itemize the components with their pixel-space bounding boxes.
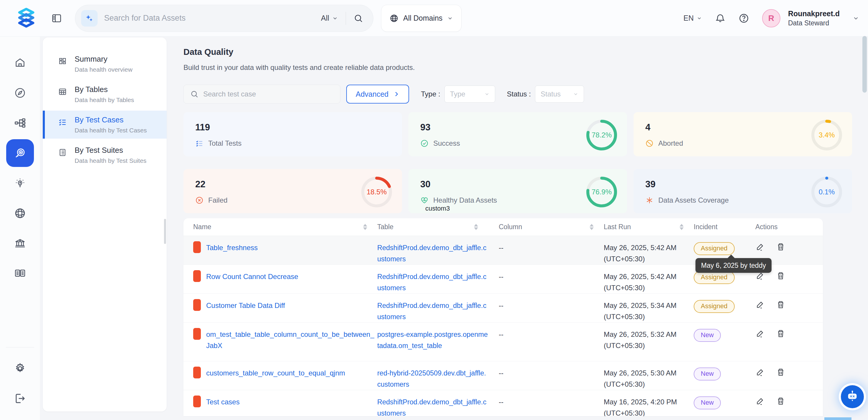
test-case-link[interactable]: customers_table_row_count_to_equal_qjnm <box>206 367 345 379</box>
language-value: EN <box>683 14 694 22</box>
test-case-link[interactable]: Test cases <box>206 396 240 408</box>
incident-badge[interactable]: Assigned <box>694 271 735 284</box>
incident-badge[interactable]: Assigned <box>694 300 735 313</box>
test-case-link[interactable]: Table_freshness <box>206 242 258 253</box>
edit-button[interactable] <box>755 242 765 251</box>
user-menu[interactable]: Rounakpreet.d Data Steward <box>788 9 840 27</box>
gear-icon <box>13 362 27 375</box>
test-case-link[interactable]: om_test_table_table_column_count_to_be_b… <box>206 329 377 351</box>
sidebar-item-label: Summary <box>74 55 132 64</box>
last-run-value: May 16, 2025, 4:20 PM (UTC+05:30) <box>604 398 677 416</box>
type-filter-select[interactable]: Type <box>444 86 495 102</box>
nav-insights[interactable] <box>6 169 34 197</box>
nav-observability[interactable] <box>6 139 34 167</box>
delete-button[interactable] <box>776 329 785 338</box>
delete-button[interactable] <box>776 367 785 377</box>
svg-text:0.1%: 0.1% <box>819 188 835 196</box>
chevron-down-icon <box>332 16 338 21</box>
table-link[interactable]: RedshiftProd.dev.demo_dbt_jaffle.custome… <box>377 398 486 416</box>
sort-last-run[interactable] <box>680 224 684 230</box>
edit-button[interactable] <box>755 367 765 377</box>
search-scope-dropdown[interactable]: All <box>321 14 338 22</box>
delete-button[interactable] <box>776 271 785 280</box>
status-filter-select[interactable]: Status <box>535 86 584 102</box>
column-header-incident: Incident <box>694 223 718 231</box>
status-indicator <box>193 395 201 407</box>
sidebar-item-label: By Test Suites <box>74 146 147 155</box>
column-header-table: Table <box>377 223 394 231</box>
chevron-down-icon <box>484 91 490 97</box>
test-case-link[interactable]: Row Count Cannot Decrease <box>206 271 298 282</box>
help-button[interactable] <box>739 13 749 24</box>
sidebar-toggle-button[interactable] <box>51 13 62 24</box>
advanced-filter-button[interactable]: Advanced <box>346 85 409 103</box>
nav-home[interactable] <box>6 49 34 77</box>
delete-button[interactable] <box>776 396 785 406</box>
edit-pencil-icon <box>755 367 765 377</box>
edit-button[interactable] <box>755 329 765 338</box>
search-scope-value: All <box>321 14 329 22</box>
nav-platform-lineage[interactable] <box>6 109 34 137</box>
column-value: -- <box>499 369 503 377</box>
nav-domains[interactable] <box>6 200 34 227</box>
edit-button[interactable] <box>755 300 765 309</box>
sidebar-item-by-tables[interactable]: By Tables Data health by Tables <box>43 80 167 108</box>
user-role: Data Steward <box>788 19 840 27</box>
sort-table[interactable] <box>474 224 478 230</box>
sidebar-item-summary[interactable]: Summary Data health overview <box>43 50 167 78</box>
table-link[interactable]: postgres-example.postgres.openmetadata.o… <box>377 331 488 350</box>
svg-text:78.2%: 78.2% <box>592 131 612 139</box>
stat-label: Success <box>433 139 460 148</box>
avatar[interactable]: R <box>762 9 780 27</box>
chat-assistant-button[interactable] <box>841 385 864 408</box>
table-link[interactable]: red-hybrid-20250509.dev.dbt_jaffle.custo… <box>377 369 486 388</box>
app-logo-icon[interactable] <box>16 7 37 30</box>
incident-badge[interactable]: New <box>694 329 721 342</box>
nav-logout[interactable] <box>6 385 34 412</box>
edit-button[interactable] <box>755 396 765 406</box>
incident-badge[interactable]: Assigned <box>694 242 735 255</box>
horizontal-scrollbar[interactable] <box>824 417 851 420</box>
trash-icon <box>776 271 785 280</box>
global-search-input[interactable] <box>104 13 321 23</box>
test-case-search[interactable] <box>183 85 340 103</box>
clipboard-list-icon <box>58 148 67 157</box>
chevron-down-icon[interactable] <box>852 15 859 22</box>
logout-icon <box>14 392 26 404</box>
column-header-column: Column <box>499 223 522 231</box>
sidebar-item-by-test-cases[interactable]: By Test Cases Data health by Test Cases <box>43 111 167 139</box>
nav-rail <box>0 36 40 420</box>
sort-name[interactable] <box>363 224 367 230</box>
sort-column[interactable] <box>590 224 594 230</box>
check-circle-icon <box>420 139 429 148</box>
nav-govern[interactable] <box>6 230 34 257</box>
last-run-value: May 26, 2025, 5:30 AM (UTC+05:30) <box>604 369 677 388</box>
table-link[interactable]: RedshiftProd.dev.demo_dbt_jaffle.custome… <box>377 244 486 263</box>
column-header-last-run: Last Run <box>604 223 631 231</box>
notifications-button[interactable] <box>715 13 725 24</box>
table-link[interactable]: RedshiftProd.dev.demo_dbt_jaffle.custome… <box>377 302 486 321</box>
test-case-link[interactable]: Customer Table Data Diff <box>206 300 285 311</box>
incident-badge[interactable]: New <box>694 367 721 381</box>
nav-explore[interactable] <box>6 79 34 107</box>
checklist-icon <box>195 139 204 148</box>
language-dropdown[interactable]: EN <box>683 14 702 22</box>
search-icon[interactable] <box>353 13 363 23</box>
sidebar-scrollbar[interactable] <box>164 219 166 244</box>
vertical-scrollbar[interactable] <box>862 36 867 93</box>
table-link[interactable]: RedshiftProd.dev.demo_dbt_jaffle.custome… <box>377 273 486 292</box>
trash-icon <box>776 367 785 377</box>
last-run-value: May 26, 2025, 5:42 AM (UTC+05:30) <box>604 244 677 263</box>
sidebar-item-label: By Test Cases <box>74 115 147 124</box>
nav-settings[interactable] <box>6 355 34 382</box>
globe-icon <box>14 207 26 219</box>
type-filter-label: Type : <box>421 90 440 98</box>
test-case-search-input[interactable] <box>203 90 334 98</box>
delete-button[interactable] <box>776 300 785 309</box>
all-domains-button[interactable]: All Domains <box>381 5 462 32</box>
nav-glossary[interactable] <box>6 260 34 287</box>
sidebar-item-by-test-suites[interactable]: By Test Suites Data health by Test Suite… <box>43 141 167 169</box>
delete-button[interactable] <box>776 242 785 251</box>
incident-badge[interactable]: New <box>694 396 721 409</box>
global-search-bar[interactable]: All <box>75 5 373 32</box>
